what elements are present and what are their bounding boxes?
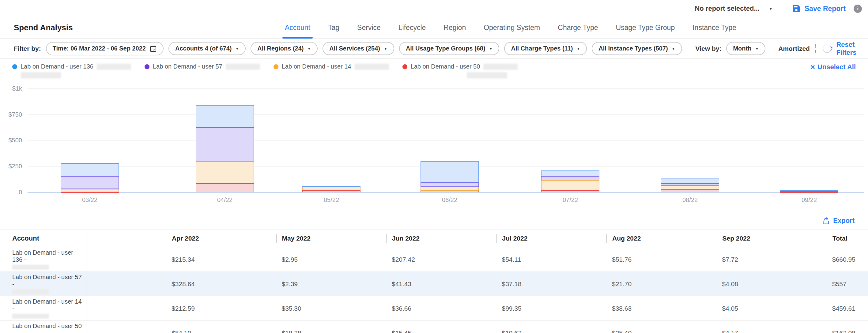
account-name: Lab on Demand - user 50 -: [12, 323, 83, 333]
chevron-down-icon: ▼: [489, 47, 493, 51]
bar-segment-lab-on-demand-user-50[interactable]: [196, 183, 254, 192]
bar-segment-lab-on-demand-user-50[interactable]: [61, 192, 119, 193]
table-cell: $36.66: [386, 305, 496, 312]
column-header-label: Jun 2022: [386, 234, 420, 243]
table-cell: $207.42: [386, 256, 496, 263]
table-cell: $84.10: [166, 329, 276, 333]
tab-tag[interactable]: Tag: [328, 17, 339, 38]
table-row[interactable]: Lab on Demand - user 50 -$84.10$18.28$15…: [0, 321, 868, 333]
bar-segment-lab-on-demand-user-136[interactable]: [196, 105, 254, 127]
bar-segment-lab-on-demand-user-14[interactable]: [661, 186, 719, 190]
tab-region[interactable]: Region: [443, 17, 466, 38]
gridline: [28, 114, 864, 115]
bar-segment-lab-on-demand-user-50[interactable]: [541, 190, 599, 192]
column-header-label: Jul 2022: [496, 234, 528, 243]
legend-dot: [402, 64, 407, 69]
bar-segment-lab-on-demand-user-136[interactable]: [302, 186, 361, 187]
bar-segment-lab-on-demand-user-57[interactable]: [196, 127, 254, 161]
report-selector[interactable]: No report selected... ▼: [695, 5, 772, 12]
bar-segment-lab-on-demand-user-136[interactable]: [780, 190, 838, 191]
topbar: No report selected... ▼ Save Report i: [0, 0, 868, 17]
spend-chart: $1k$750$500$250003/2204/2205/2206/2207/2…: [0, 81, 868, 212]
column-header-jun-2022: Jun 2022: [386, 234, 496, 243]
bar-segment-lab-on-demand-user-50[interactable]: [661, 190, 719, 192]
legend-item-row: Lab on Demand - user 14: [274, 63, 389, 70]
account-cell: Lab on Demand - user 136 -: [0, 247, 86, 271]
chevron-down-icon: ▼: [307, 47, 311, 51]
table-cell: $37.18: [496, 280, 607, 288]
bar-segment-lab-on-demand-user-14[interactable]: [196, 161, 254, 183]
filter-pill-all-regions[interactable]: All Regions (24)▼: [251, 42, 318, 55]
table-cell: $41.43: [386, 280, 496, 288]
bar-segment-lab-on-demand-user-136[interactable]: [541, 170, 599, 176]
bar-segment-lab-on-demand-user-57[interactable]: [421, 182, 479, 187]
filter-pill-accounts-4[interactable]: Accounts 4 (of 674)▼: [168, 42, 246, 55]
filter-pill-all-usage-type-groups[interactable]: All Usage Type Groups (68)▼: [399, 42, 500, 55]
calendar-icon: [150, 45, 157, 52]
filter-pill-all-charge-types[interactable]: All Charge Types (11)▼: [504, 42, 587, 55]
bar-segment-lab-on-demand-user-14[interactable]: [421, 187, 479, 190]
table-cell: $4.08: [717, 280, 827, 288]
tab-usage-type-group[interactable]: Usage Type Group: [616, 17, 675, 38]
table-row[interactable]: Lab on Demand - user 57 -$328.64$2.39$41…: [0, 272, 868, 296]
filter-pill-time[interactable]: Time: 06 Mar 2022 - 06 Sep 2022: [46, 42, 163, 56]
table-cell: $328.64: [166, 280, 276, 288]
tab-lifecycle[interactable]: Lifecycle: [399, 17, 426, 38]
bar-segment-lab-on-demand-user-14[interactable]: [541, 180, 599, 190]
redacted-text: [355, 64, 389, 70]
unselect-all-button[interactable]: × Unselect All: [810, 63, 856, 71]
bar-segment-lab-on-demand-user-57[interactable]: [541, 176, 599, 180]
info-icon[interactable]: i: [854, 5, 862, 13]
column-header-total: Total: [827, 234, 868, 243]
x-axis-label: 06/22: [442, 197, 457, 203]
legend-item-lab-on-demand-user-57[interactable]: Lab on Demand - user 57: [145, 63, 260, 70]
bar-segment-lab-on-demand-user-136[interactable]: [61, 163, 119, 176]
table-cell: $15.45: [386, 329, 496, 333]
x-axis-label: 03/22: [82, 197, 97, 203]
x-axis-label: 08/22: [682, 197, 698, 203]
filter-pill-label: All Regions (24): [257, 45, 304, 52]
bar-segment-lab-on-demand-user-57[interactable]: [61, 176, 119, 189]
legend-dot: [12, 64, 17, 69]
gridline: [28, 140, 864, 140]
bar-segment-lab-on-demand-user-14[interactable]: [61, 189, 119, 192]
tab-account[interactable]: Account: [285, 17, 310, 38]
legend-item-lab-on-demand-user-14[interactable]: Lab on Demand - user 14: [274, 63, 389, 70]
export-button[interactable]: Export: [822, 217, 855, 225]
save-report-button[interactable]: Save Report: [792, 4, 846, 13]
column-header-apr-2022: Apr 2022: [166, 234, 276, 243]
bar-segment-lab-on-demand-user-57[interactable]: [661, 183, 719, 186]
tab-service[interactable]: Service: [357, 17, 381, 38]
filter-pill-label: All Charge Types (11): [511, 45, 573, 52]
bar-segment-lab-on-demand-user-57[interactable]: [780, 191, 838, 192]
chevron-down-icon: ▼: [769, 7, 773, 11]
legend-item-lab-on-demand-user-50[interactable]: Lab on Demand - user 50: [402, 63, 518, 78]
bar-segment-lab-on-demand-user-136[interactable]: [421, 161, 479, 182]
table-cell: $167.08: [827, 329, 868, 333]
save-icon: [792, 4, 801, 13]
bar-segment-lab-on-demand-user-136[interactable]: [661, 178, 719, 183]
filter-pill-all-instance-types[interactable]: All Instance Types (507)▼: [592, 42, 682, 55]
table-row[interactable]: Lab on Demand - user 14 -$212.59$35.30$3…: [0, 296, 868, 321]
info-icon[interactable]: i: [815, 44, 816, 53]
view-by-select[interactable]: Month ▼: [726, 42, 765, 55]
account-cell: Lab on Demand - user 50 -: [0, 321, 86, 333]
redacted-text: [483, 64, 518, 70]
table-cell: $18.28: [276, 329, 386, 333]
table-cell: $7.72: [717, 256, 827, 263]
bar-segment-lab-on-demand-user-50[interactable]: [302, 190, 361, 192]
tab-operating-system[interactable]: Operating System: [484, 17, 540, 38]
y-axis-label: $750: [0, 111, 22, 118]
table-row[interactable]: Lab on Demand - user 136 -$215.34$2.95$2…: [0, 247, 868, 272]
column-header-label: Apr 2022: [166, 234, 199, 243]
tab-instance-type[interactable]: Instance Type: [692, 17, 736, 38]
reset-filters-button[interactable]: Reset Filters: [828, 41, 860, 57]
tab-charge-type[interactable]: Charge Type: [558, 17, 598, 38]
view-by-value: Month: [733, 45, 751, 52]
legend-item-lab-on-demand-user-136[interactable]: Lab on Demand - user 136: [12, 63, 131, 78]
filter-pill-all-services[interactable]: All Services (254)▼: [322, 42, 394, 55]
redacted-text: [21, 72, 61, 78]
bar-segment-lab-on-demand-user-50[interactable]: [421, 191, 479, 192]
table-cell: $2.95: [276, 256, 386, 263]
account-cell: Lab on Demand - user 57 -: [0, 272, 86, 296]
